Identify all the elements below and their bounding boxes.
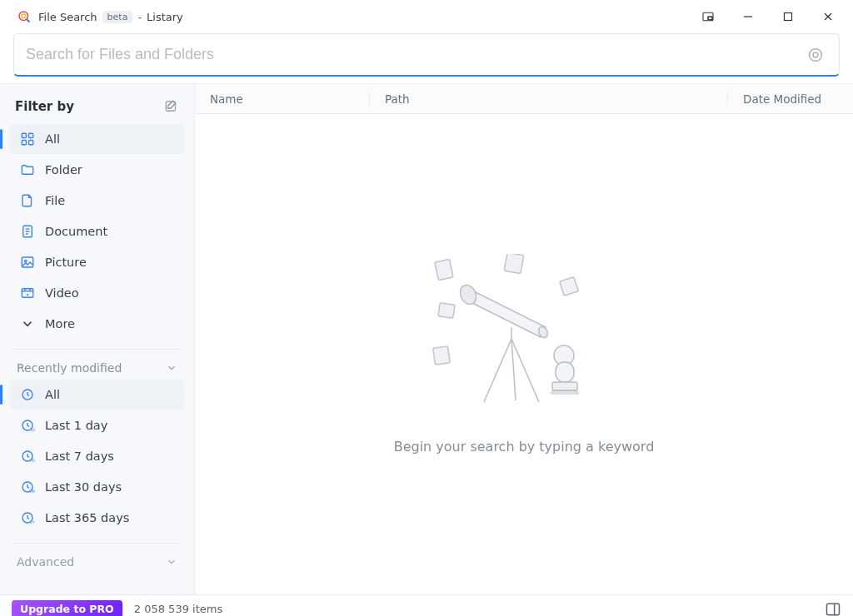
recent-label: Last 7 days [45,450,114,463]
filter-item-all[interactable]: All [10,124,184,154]
chevron-down-icon [166,362,177,374]
upgrade-pro-button[interactable]: Upgrade to PRO [12,600,122,616]
file-icon [20,193,35,208]
recent-item-all[interactable]: All [10,380,184,410]
window-title: File Search beta - Listary [38,11,183,23]
empty-illustration-icon [432,254,616,412]
folder-icon [20,162,35,177]
results-panel: Name Path Date Modified [195,83,853,594]
beta-badge: beta [102,11,133,23]
svg-rect-49 [827,604,840,614]
recent-label: Last 1 day [45,419,107,432]
sidebar-divider [13,543,181,544]
recent-item-1d[interactable]: 1D Last 1 day [10,410,184,440]
svg-point-1 [22,14,26,18]
filter-item-folder[interactable]: Folder [10,155,184,185]
app-name-label: Listary [147,11,183,23]
minimize-button[interactable] [728,0,768,33]
search-bar[interactable] [13,33,840,77]
close-button[interactable] [808,0,848,33]
search-scope-icon[interactable] [806,45,826,65]
svg-point-10 [813,52,818,57]
clock-icon [20,387,35,402]
svg-rect-44 [435,259,453,280]
recent-item-30d[interactable]: 1M Last 30 days [10,472,184,502]
filter-label: Document [45,225,107,238]
svg-rect-3 [708,17,712,20]
svg-rect-12 [22,133,26,137]
filter-item-video[interactable]: Video [10,278,184,308]
svg-rect-43 [552,382,577,390]
empty-state: Begin your search by typing a keyword [195,114,853,594]
svg-rect-22 [22,289,33,298]
sidebar-divider [13,349,181,350]
title-bar: File Search beta - Listary [0,0,853,33]
edit-filters-icon[interactable] [164,99,179,114]
svg-point-21 [25,260,27,261]
svg-rect-46 [560,277,579,296]
side-panel-toggle-icon[interactable] [825,601,841,617]
title-label: File Search [38,11,97,23]
svg-rect-13 [29,133,33,137]
results-table-header: Name Path Date Modified [195,84,853,114]
filter-label: Picture [45,256,87,269]
svg-text:1Y: 1Y [30,520,35,524]
clock-1d-icon: 1D [20,418,35,433]
section-label: Advanced [17,555,74,569]
section-advanced[interactable]: Advanced [10,550,184,574]
filter-sidebar: Filter by All Folder [0,83,195,594]
filter-label: Folder [45,163,82,176]
window-controls [688,0,848,33]
section-label: Recently modified [17,361,122,375]
grid-icon [20,132,35,147]
svg-rect-42 [556,362,574,382]
recent-label: All [45,388,60,401]
chevron-down-icon [20,316,35,331]
svg-text:1M: 1M [29,489,35,494]
search-input[interactable] [26,46,806,63]
svg-point-9 [810,48,822,61]
column-header-name[interactable]: Name [195,92,370,106]
clock-7d-icon: 7D [20,449,35,464]
app-logo-icon [17,9,32,24]
filter-title: Filter by [15,99,74,114]
svg-rect-45 [504,254,524,274]
svg-text:1D: 1D [30,428,35,432]
recent-item-7d[interactable]: 7D Last 7 days [10,441,184,471]
picture-icon [20,255,35,270]
filter-item-document[interactable]: Document [10,216,184,246]
filter-item-more[interactable]: More [10,309,184,339]
svg-rect-20 [22,257,33,267]
status-bar: Upgrade to PRO 2 058 539 items [0,594,853,616]
item-count-label: 2 058 539 items [134,603,222,615]
svg-line-38 [484,339,511,402]
filter-item-file[interactable]: File [10,186,184,216]
picture-in-picture-button[interactable] [688,0,728,33]
filter-label: More [45,317,75,330]
chevron-down-icon [166,556,177,568]
column-header-date[interactable]: Date Modified [728,92,853,106]
svg-text:7D: 7D [30,459,35,463]
video-icon [20,286,35,301]
svg-rect-48 [433,346,451,365]
clock-1m-icon: 1M [20,479,35,494]
svg-rect-15 [29,141,33,145]
filter-label: Video [45,286,79,300]
recent-label: Last 30 days [45,480,122,494]
maximize-button[interactable] [768,0,808,33]
filter-label: File [45,194,65,207]
clock-1y-icon: 1Y [20,510,35,525]
section-recently-modified[interactable]: Recently modified [10,356,184,380]
svg-rect-6 [785,13,792,21]
empty-state-text: Begin your search by typing a keyword [394,439,655,455]
filter-item-picture[interactable]: Picture [10,247,184,277]
title-separator: - [137,11,142,23]
recent-item-365d[interactable]: 1Y Last 365 days [10,503,184,533]
recent-label: Last 365 days [45,511,129,524]
column-header-path[interactable]: Path [370,92,728,106]
svg-rect-47 [438,303,455,318]
svg-rect-14 [22,141,26,145]
filter-label: All [45,132,60,146]
document-icon [20,224,35,239]
